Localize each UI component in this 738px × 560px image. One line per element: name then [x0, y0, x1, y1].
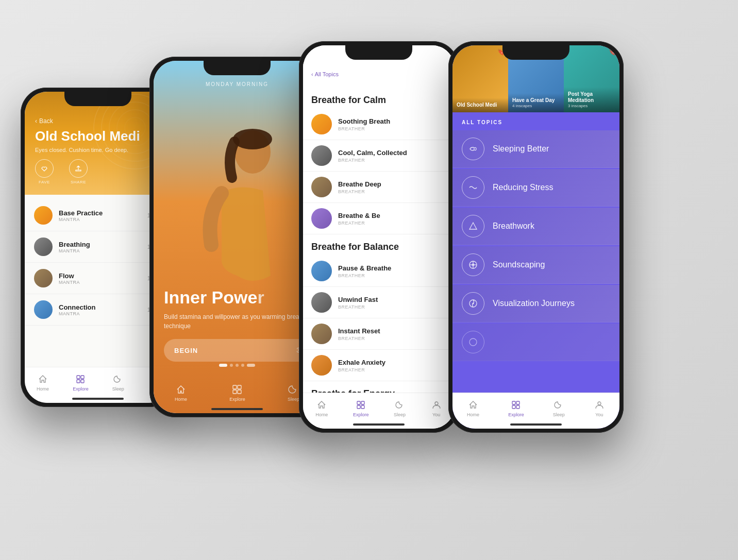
p2-nav-home[interactable]: Home — [175, 384, 187, 402]
item-info: Breathe & Be BREATHER — [338, 212, 446, 226]
item-info: Flow MANTRA — [59, 272, 141, 285]
card-2-overlay: Have a Great Day 4 inscapes — [508, 93, 564, 112]
list-item[interactable]: Breathe Deep BREATHER — [303, 172, 455, 203]
item-type: MANTRA — [59, 248, 141, 253]
item-info: Instant Reset BREATHER — [338, 327, 446, 341]
svg-point-27 — [469, 338, 477, 346]
home-icon — [176, 384, 186, 395]
p4-topic-list[interactable]: Sleeping Better Reducing Stress Breathwo… — [452, 130, 619, 393]
list-item[interactable]: Pause & Breathe BREATHER — [303, 256, 455, 287]
nav-you[interactable]: You — [594, 399, 605, 417]
notch-2 — [204, 61, 271, 75]
fave-label: FAVE — [39, 180, 50, 184]
p2-nav-explore[interactable]: Explore — [229, 384, 245, 402]
topic-sleeping-better[interactable]: Sleeping Better — [452, 130, 619, 168]
svg-rect-28 — [512, 401, 515, 404]
avatar — [311, 324, 332, 344]
list-item[interactable]: Soothing Breath BREATHER — [303, 109, 455, 140]
avatar — [34, 237, 53, 256]
nav-explore[interactable]: Explore — [508, 399, 524, 417]
nav-home-label: Home — [467, 412, 479, 417]
p3-calm-list: Soothing Breath BREATHER Cool, Calm, Col… — [303, 109, 455, 234]
item-type: BREATHER — [338, 367, 446, 372]
item-type: MANTRA — [59, 280, 141, 285]
item-info: Unwind Fast BREATHER — [338, 296, 446, 310]
nav-sleep[interactable]: Sleep — [394, 399, 406, 417]
svg-rect-17 — [361, 401, 364, 404]
item-type: BREATHER — [338, 336, 446, 341]
avatar — [311, 261, 332, 281]
nav-home[interactable]: Home — [315, 399, 328, 417]
notch-3 — [345, 45, 412, 60]
phone-2: MONDAY MORNING Inner Power Build stamina… — [149, 57, 325, 417]
topic-visualization-journeys[interactable]: Visualization Journeys — [452, 285, 619, 323]
nav-you[interactable]: You — [431, 399, 442, 417]
you-icon — [594, 399, 605, 411]
reducing-stress-icon — [462, 176, 484, 199]
sleep-icon — [553, 399, 564, 411]
p4-all-topics-label: ALL TOPICS — [452, 112, 619, 130]
p3-scroll-area[interactable]: ‹ All Topics Breathe for Calm Soothing B… — [303, 45, 455, 393]
svg-rect-30 — [512, 405, 515, 409]
scene: ‹ Back Old School Medi Eyes closed. Cush… — [0, 0, 738, 560]
sleep-icon — [288, 384, 298, 395]
nav-sleep[interactable]: Sleep — [112, 374, 124, 392]
sleep-icon — [112, 374, 124, 385]
p4-card-3[interactable]: 🔖 Post Yoga Meditation 3 inscapes — [564, 45, 619, 112]
item-info: Breathe Deep BREATHER — [338, 180, 446, 194]
p3-balance-list: Pause & Breathe BREATHER Unwind Fast BRE… — [303, 256, 455, 381]
p3-section-balance: Breathe for Balance — [303, 234, 455, 256]
p3-back-button[interactable]: ‹ All Topics — [311, 71, 446, 77]
visualization-journeys-icon — [462, 292, 484, 315]
svg-point-24 — [472, 264, 475, 266]
p1-fave-button[interactable]: FAVE — [35, 159, 54, 184]
list-item[interactable]: Instant Reset BREATHER — [303, 318, 455, 350]
topic-soundscaping[interactable]: Soundscaping — [452, 246, 619, 284]
topic-reducing-stress[interactable]: Reducing Stress — [452, 169, 619, 207]
p4-card-1[interactable]: 🔖 Old School Medi — [452, 45, 508, 112]
explore-icon — [355, 399, 366, 411]
list-item[interactable]: Cool, Calm, Collected BREATHER — [303, 140, 455, 172]
fave-icon — [35, 159, 54, 178]
item-info: Soothing Breath BREATHER — [338, 117, 446, 131]
home-indicator-1 — [72, 398, 124, 400]
nav-explore[interactable]: Explore — [353, 399, 369, 417]
svg-rect-6 — [81, 376, 84, 379]
notch-4 — [502, 45, 569, 60]
explore-icon — [232, 384, 242, 395]
chevron-left-icon: ‹ — [311, 71, 313, 77]
topic-breathwork[interactable]: Breathwork — [452, 208, 619, 245]
topic-partial[interactable] — [452, 324, 619, 361]
svg-rect-7 — [77, 380, 80, 383]
svg-rect-18 — [357, 405, 360, 409]
nav-home[interactable]: Home — [467, 399, 479, 417]
home-indicator-4 — [510, 423, 562, 426]
list-item[interactable]: Unwind Fast BREATHER — [303, 287, 455, 318]
nav-explore[interactable]: Explore — [73, 374, 89, 392]
p2-begin-button[interactable]: BEGIN 3 — [164, 339, 310, 362]
avatar — [311, 145, 332, 166]
item-info: Breathing MANTRA — [59, 241, 141, 253]
item-info: Connection MANTRA — [59, 303, 141, 316]
avatar — [311, 208, 332, 229]
home-icon — [467, 399, 479, 411]
breathwork-icon — [462, 215, 484, 237]
topic-name: Breathwork — [493, 222, 534, 231]
topic-name: Soundscaping — [493, 260, 545, 269]
p2-nav-sleep[interactable]: Sleep — [288, 384, 299, 402]
nav-sleep[interactable]: Sleep — [553, 399, 565, 417]
nav-home[interactable]: Home — [37, 374, 49, 392]
sleep-icon — [394, 399, 406, 411]
nav-explore-label: Explore — [353, 412, 369, 417]
dot-2 — [230, 364, 233, 367]
soundscaping-icon — [462, 253, 484, 276]
item-info: Pause & Breathe BREATHER — [338, 264, 446, 278]
avatar — [34, 206, 53, 225]
p1-share-button[interactable]: SHARE — [69, 159, 88, 184]
list-item[interactable]: Breathe & Be BREATHER — [303, 203, 455, 234]
list-item[interactable]: Exhale Anxiety BREATHER — [303, 350, 455, 381]
svg-rect-16 — [357, 401, 360, 404]
item-info: Cool, Calm, Collected BREATHER — [338, 149, 446, 163]
topic-name: Visualization Journeys — [493, 299, 575, 308]
avatar — [34, 300, 53, 319]
